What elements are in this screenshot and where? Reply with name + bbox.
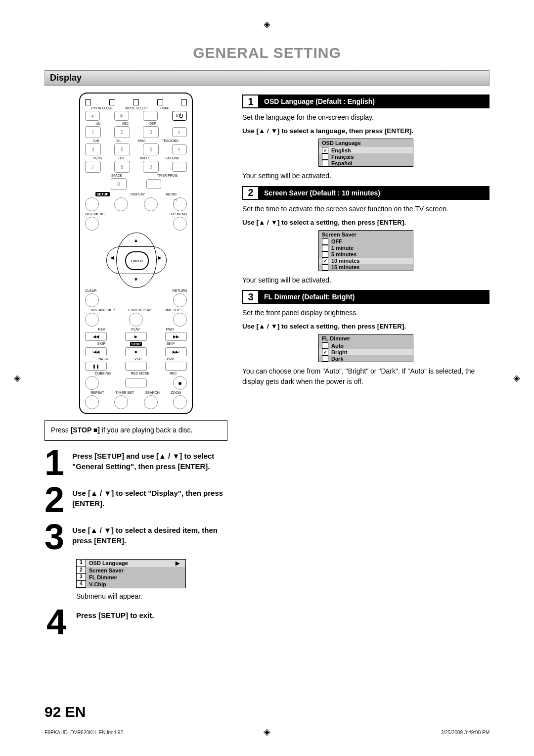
submenu-note: Submenu will appear. (76, 592, 227, 600)
option-row: 5 minutes (319, 251, 413, 258)
step-text: Use [▲ / ▼] to select "Display", then pr… (72, 485, 227, 515)
item-number: 2 (242, 186, 259, 200)
registration-mark-icon: ◈ (264, 19, 270, 30)
option-label: 1 minute (331, 245, 354, 251)
item-description: Set the language for the on-screen displ… (242, 112, 490, 122)
option-label: Auto (331, 343, 344, 349)
option-row: Français (319, 153, 413, 160)
remote-control-diagram: OPEN/ CLOSEINPUT SELECTHDMI ▲⊕I/⏻ .@/:AB… (79, 93, 193, 414)
registration-mark-icon: ◈ (513, 373, 520, 383)
item-description: Set the time to activate the screen save… (242, 204, 490, 214)
checkbox-icon (322, 153, 328, 160)
checkbox-icon (322, 258, 328, 264)
option-label: 5 minutes (331, 251, 356, 257)
item-instruction: Use [▲ / ▼] to select a setting, then pr… (242, 323, 490, 330)
option-row: Auto (319, 342, 413, 349)
page: ◈ ◈ ◈ ◈ GENERAL SETTING Display OPEN/ CL… (0, 0, 534, 756)
step-number: 1 (44, 448, 64, 478)
option-row: 15 minutes (319, 264, 413, 271)
option-label: Dark (331, 356, 343, 362)
checkbox-icon (322, 238, 328, 245)
step-number: 3 (44, 522, 64, 552)
option-box: Screen Saver OFF 1 minute 5 minutes 10 m… (318, 230, 413, 271)
page-title: GENERAL SETTING (44, 45, 490, 61)
page-number: 92 EN (44, 704, 86, 720)
setting-item-1: 1 OSD Language (Default : English)Set th… (242, 94, 490, 181)
menu-row: 2Screen Saver (77, 567, 185, 574)
item-result: Your setting will be activated. (242, 275, 490, 285)
setting-item-2: 2 Screen Saver (Default : 10 minutes)Set… (242, 186, 490, 285)
registration-mark-icon: ◈ (264, 726, 270, 737)
step-number: 4 (44, 607, 68, 637)
registration-mark-icon: ◈ (14, 373, 21, 383)
option-row: Bright (319, 349, 413, 355)
checkbox-icon (322, 349, 328, 355)
option-box: FL Dimmer Auto Bright Dark (318, 334, 413, 362)
setting-item-3: 3 FL Dimmer (Default: Bright)Set the fro… (242, 290, 490, 386)
option-row: Español (319, 160, 413, 166)
checkbox-icon (322, 264, 328, 271)
option-label: 15 minutes (331, 264, 359, 270)
step-text: Use [▲ / ▼] to select a desired item, th… (72, 522, 227, 552)
option-row: 1 minute (319, 245, 413, 251)
item-title: Screen Saver (Default : 10 minutes) (259, 186, 490, 200)
option-label: Bright (331, 349, 347, 355)
option-label: 10 minutes (331, 258, 359, 264)
step-3: 3 Use [▲ / ▼] to select a desired item, … (44, 522, 227, 552)
step-text: Press [SETUP] and use [▲ / ▼] to select … (72, 448, 227, 478)
item-result: You can choose one from "Auto", "Bright"… (242, 366, 490, 386)
left-column: OPEN/ CLOSEINPUT SELECTHDMI ▲⊕I/⏻ .@/:AB… (44, 93, 227, 644)
item-instruction: Use [▲ / ▼] to select a language, then p… (242, 127, 490, 135)
option-label: Français (331, 154, 354, 160)
stop-label: STOP (130, 342, 142, 346)
option-row: English (319, 147, 413, 153)
checkbox-icon (322, 251, 328, 258)
step-2: 2 Use [▲ / ▼] to select "Display", then … (44, 485, 227, 515)
step-number: 2 (44, 485, 64, 515)
footer-filename: E9PKAUD_DVR620KU_EN.indd 92 (44, 730, 123, 735)
item-number: 3 (242, 290, 259, 304)
menu-row: 1OSD Language▶ (77, 560, 185, 567)
option-label: English (331, 147, 351, 153)
step-4: 4 Press [SETUP] to exit. (44, 607, 227, 637)
option-label: OFF (331, 238, 342, 244)
item-instruction: Use [▲ / ▼] to select a setting, then pr… (242, 219, 490, 226)
item-title: OSD Language (Default : English) (259, 94, 490, 108)
right-column: 1 OSD Language (Default : English)Set th… (242, 93, 490, 644)
checkbox-icon (322, 245, 328, 251)
option-row: Dark (319, 355, 413, 362)
menu-row: 4V-Chip (77, 581, 185, 588)
enter-button: ENTER (125, 251, 149, 270)
menu-row: 3FL Dimmer (77, 574, 185, 581)
option-box: OSD Language English Français Español (318, 139, 413, 167)
step-1: 1 Press [SETUP] and use [▲ / ▼] to selec… (44, 448, 227, 478)
checkbox-icon (322, 355, 328, 362)
stop-caption: Press [STOP ■] if you are playing back a… (44, 420, 227, 441)
checkbox-icon (322, 147, 328, 153)
item-description: Set the front panel display brightness. (242, 308, 490, 318)
option-label: Español (331, 160, 353, 166)
footer-timestamp: 3/25/2009 3:49:00 PM (441, 730, 490, 735)
step-text: Press [SETUP] to exit. (76, 607, 154, 637)
setup-label: SETUP (95, 192, 110, 196)
section-heading-display: Display (44, 70, 490, 86)
item-title: FL Dimmer (Default: Bright) (259, 290, 490, 304)
item-result: Your setting will be activated. (242, 171, 490, 181)
checkbox-icon (322, 342, 328, 349)
option-row: OFF (319, 238, 413, 245)
item-number: 1 (242, 94, 259, 108)
display-menu: 1OSD Language▶2Screen Saver3FL Dimmer4V-… (76, 559, 186, 588)
option-row: 10 minutes (319, 258, 413, 264)
checkbox-icon (322, 160, 328, 166)
